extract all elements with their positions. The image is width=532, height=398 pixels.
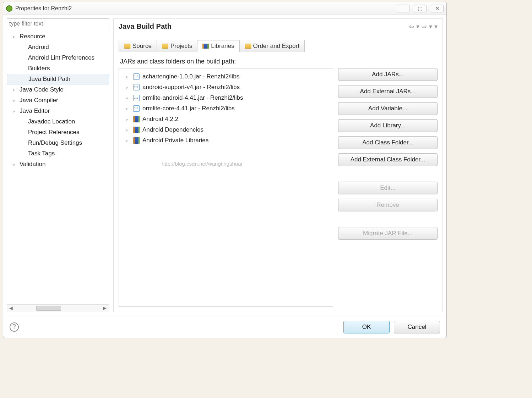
back-icon[interactable]: ⇦: [409, 23, 414, 31]
window-controls: — ▢ ✕: [397, 5, 444, 12]
library-icon: [133, 116, 140, 122]
books-icon: [202, 44, 209, 49]
library-label: Android 4.2.2: [142, 116, 178, 123]
jar-icon: [133, 73, 140, 80]
library-item[interactable]: ▹ormlite-core-4.41.jar - Renzhi2/libs: [121, 103, 331, 114]
window-title: Properties for Renzhi2: [15, 5, 72, 12]
ok-button[interactable]: OK: [343, 321, 390, 333]
tab-bar: SourceProjectsLibrariesOrder and Export: [119, 40, 438, 52]
sidebar-item-java-editor[interactable]: ▹Java Editor: [7, 106, 109, 116]
edit-button[interactable]: Edit...: [338, 182, 438, 194]
sidebar-item-java-build-path[interactable]: Java Build Path: [7, 74, 109, 84]
help-icon[interactable]: ?: [10, 322, 19, 332]
remove-button[interactable]: Remove: [338, 199, 438, 211]
back-menu-icon[interactable]: ▾: [416, 23, 419, 31]
library-label: ormlite-core-4.41.jar - Renzhi2/libs: [142, 105, 235, 112]
library-item[interactable]: ▹android-support-v4.jar - Renzhi2/libs: [121, 82, 331, 93]
expand-arrow-icon: ▹: [126, 74, 130, 79]
properties-dialog: Properties for Renzhi2 — ▢ ✕ ▹ResourceAn…: [3, 2, 447, 338]
sidebar-item-label: Resource: [20, 33, 45, 40]
add-class-folder-button[interactable]: Add Class Folder...: [338, 136, 438, 149]
sidebar-item-label: Project References: [28, 129, 80, 136]
expand-arrow-icon: ▹: [13, 88, 17, 92]
add-jars-button[interactable]: Add JARs...: [338, 68, 438, 81]
sidebar-item-task-tags[interactable]: Task Tags: [7, 148, 109, 159]
tab-label: Order and Export: [253, 43, 299, 50]
folder-icon: [162, 44, 168, 49]
header-tools: ⇦ ▾ ⇨ ▾ ▾: [409, 23, 438, 31]
main-area: ▹ResourceAndroidAndroid Lint Preferences…: [3, 15, 446, 316]
sidebar-item-label: Android: [28, 44, 49, 51]
sidebar-item-android[interactable]: Android: [7, 42, 109, 52]
sidebar-item-project-references[interactable]: Project References: [7, 127, 109, 138]
add-variable-button[interactable]: Add Variable...: [338, 102, 438, 115]
tab-order-and-export[interactable]: Order and Export: [239, 40, 305, 52]
tab-label: Libraries: [211, 43, 234, 50]
app-icon: [6, 5, 12, 12]
sidebar-scrollbar[interactable]: ◄ ►: [7, 304, 109, 312]
scroll-left-icon[interactable]: ◄: [7, 305, 15, 312]
forward-icon[interactable]: ⇨: [422, 23, 427, 31]
expand-arrow-icon: ▹: [126, 117, 130, 122]
library-label: achartengine-1.0.0.jar - Renzhi2/libs: [142, 73, 239, 80]
sidebar-item-java-code-style[interactable]: ▹Java Code Style: [7, 84, 109, 95]
sidebar-item-javadoc-location[interactable]: Javadoc Location: [7, 116, 109, 127]
tab-source[interactable]: Source: [119, 40, 157, 52]
library-item[interactable]: ▹Android Dependencies: [121, 125, 331, 135]
jar-icon: [133, 84, 140, 90]
expand-arrow-icon: ▹: [13, 98, 17, 103]
sidebar-item-label: Android Lint Preferences: [28, 54, 94, 61]
watermark-text: http://blog.csdn.net/wangtingshuai: [162, 161, 242, 167]
expand-arrow-icon: ▹: [13, 109, 17, 114]
sidebar-item-validation[interactable]: ▹Validation: [7, 159, 109, 170]
titlebar: Properties for Renzhi2 — ▢ ✕: [3, 2, 446, 15]
tab-projects[interactable]: Projects: [157, 40, 197, 52]
library-label: android-support-v4.jar - Renzhi2/libs: [142, 84, 240, 91]
content-panel: Java Build Path ⇦ ▾ ⇨ ▾ ▾ SourceProjects…: [113, 18, 443, 312]
category-tree: ▹ResourceAndroidAndroid Lint Preferences…: [7, 31, 109, 304]
sidebar-item-label: Java Code Style: [20, 86, 64, 93]
sidebar-item-java-compiler[interactable]: ▹Java Compiler: [7, 95, 109, 106]
scroll-right-icon[interactable]: ►: [101, 305, 109, 312]
expand-arrow-icon: ▹: [13, 34, 17, 39]
library-label: Android Dependencies: [142, 126, 203, 133]
sidebar-item-label: Run/Debug Settings: [28, 139, 82, 147]
tab-label: Projects: [170, 43, 192, 50]
export-icon: [245, 44, 251, 49]
sidebar-item-run-debug-settings[interactable]: Run/Debug Settings: [7, 138, 109, 148]
expand-arrow-icon: ▹: [126, 128, 130, 132]
scroll-thumb[interactable]: [36, 306, 61, 311]
expand-arrow-icon: ▹: [126, 85, 130, 90]
library-icon: [133, 137, 140, 144]
minimize-button[interactable]: —: [397, 5, 409, 12]
libraries-tree[interactable]: ▹achartengine-1.0.0.jar - Renzhi2/libs▹a…: [119, 68, 333, 307]
sidebar-item-label: Validation: [20, 161, 45, 168]
library-item[interactable]: ▹ormlite-android-4.41.jar - Renzhi2/libs: [121, 93, 331, 103]
sidebar-item-resource[interactable]: ▹Resource: [7, 31, 109, 42]
library-label: ormlite-android-4.41.jar - Renzhi2/libs: [142, 94, 243, 101]
sidebar-item-android-lint-preferences[interactable]: Android Lint Preferences: [7, 52, 109, 63]
library-item[interactable]: ▹achartengine-1.0.0.jar - Renzhi2/libs: [121, 71, 331, 82]
sidebar-item-label: Task Tags: [28, 150, 55, 157]
page-title: Java Build Path: [119, 22, 172, 31]
forward-menu-icon[interactable]: ▾: [429, 23, 432, 31]
tab-label: Source: [132, 43, 152, 50]
cancel-button[interactable]: Cancel: [394, 321, 440, 333]
library-item[interactable]: ▹Android Private Libraries: [121, 135, 331, 146]
expand-arrow-icon: ▹: [126, 138, 130, 143]
view-menu-icon[interactable]: ▾: [434, 23, 438, 31]
close-button[interactable]: ✕: [431, 5, 444, 12]
migrate-jar-button[interactable]: Migrate JAR File...: [338, 227, 438, 240]
expand-arrow-icon: ▹: [13, 162, 17, 167]
filter-input[interactable]: [7, 18, 109, 29]
add-library-button[interactable]: Add Library...: [338, 119, 438, 132]
maximize-button[interactable]: ▢: [414, 5, 427, 12]
add-external-jars-button[interactable]: Add External JARs...: [338, 85, 438, 98]
sidebar-item-builders[interactable]: Builders: [7, 63, 109, 74]
tab-libraries[interactable]: Libraries: [197, 40, 239, 52]
library-item[interactable]: ▹Android 4.2.2: [121, 114, 331, 125]
add-external-class-folder-button[interactable]: Add External Class Folder...: [338, 153, 438, 166]
folder-icon: [124, 44, 130, 49]
sidebar: ▹ResourceAndroidAndroid Lint Preferences…: [7, 18, 109, 312]
jar-icon: [133, 105, 140, 112]
